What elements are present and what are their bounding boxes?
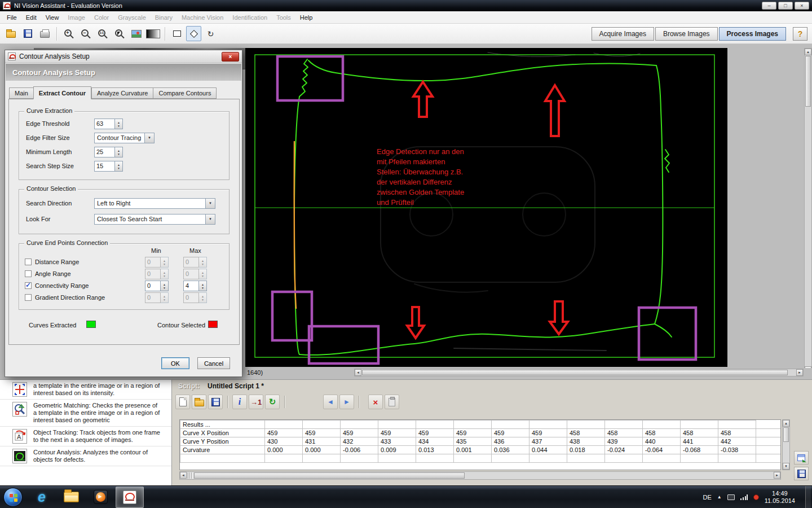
keyboard-language[interactable]: DE [703, 494, 712, 501]
step-forward-button[interactable]: ► [339, 395, 354, 409]
zoom-out-button[interactable]: − [78, 26, 93, 41]
chevron-down-icon[interactable] [145, 133, 155, 143]
tab-analyze-curvature[interactable]: Analyze Curvature [91, 87, 153, 99]
menu-view[interactable]: View [41, 12, 64, 23]
browse-images-button[interactable]: Browse Images [655, 27, 718, 41]
spinner-arrows-icon[interactable] [199, 281, 207, 291]
open-image-button[interactable] [3, 26, 19, 41]
connectivity-range-checkbox[interactable] [25, 282, 32, 289]
folder-icon [64, 492, 79, 502]
dialog-close-button[interactable]: × [222, 52, 239, 62]
zoom-in-button[interactable]: + [61, 26, 76, 41]
rotate-roi-button[interactable]: ↻ [203, 26, 218, 41]
print-button[interactable] [37, 26, 52, 41]
tray-expand-icon[interactable]: ▲ [717, 494, 722, 500]
spinner-arrows-icon[interactable] [161, 281, 169, 291]
run-loop-button[interactable]: ↻ [265, 395, 280, 409]
network-signal-icon[interactable] [740, 494, 748, 500]
dialog-titlebar[interactable]: Contour Analysis Setup × [5, 50, 242, 63]
ok-button[interactable]: OK [161, 357, 189, 369]
distance-range-checkbox[interactable] [25, 259, 32, 265]
svg-text:A: A [17, 433, 21, 440]
menu-file[interactable]: File [2, 12, 21, 23]
tab-extract-contour[interactable]: Extract Contour [33, 86, 91, 99]
maximize-button[interactable]: □ [778, 2, 793, 10]
clock[interactable]: 14:49 11.05.2014 [765, 490, 795, 505]
splitter-grip[interactable] [188, 472, 193, 479]
scroll-left-arrow[interactable]: ◄ [355, 369, 361, 376]
scroll-left-arrow[interactable]: ◄ [180, 472, 187, 479]
image-info-button[interactable] [129, 26, 144, 41]
scroll-up-arrow[interactable]: ▲ [805, 49, 811, 55]
run-once-button[interactable]: →1 [249, 395, 263, 409]
delete-step-button[interactable]: × [368, 395, 383, 409]
taskbar-item-vision-assistant[interactable] [116, 487, 144, 508]
start-button[interactable] [3, 488, 23, 507]
search-step-size-stepper[interactable]: 15 [94, 161, 123, 172]
chevron-down-icon[interactable] [206, 214, 215, 225]
scrollbar-thumb[interactable] [805, 56, 811, 107]
minimum-length-stepper[interactable]: 25 [94, 147, 123, 157]
edge-threshold-stepper[interactable]: 63 [94, 119, 123, 129]
function-desc: a template in the entire image or in a r… [33, 382, 160, 396]
roi-rectangle-button[interactable] [169, 26, 184, 41]
scrollbar-thumb[interactable] [783, 427, 789, 442]
edge-filter-size-dropdown[interactable]: Contour Tracing [94, 133, 155, 143]
help-button[interactable]: ? [793, 27, 807, 41]
angle-range-label: Angle Range [35, 270, 71, 277]
spinner-arrows-icon[interactable] [115, 119, 123, 129]
results-vertical-scrollbar[interactable]: ▲ ▼ [782, 419, 790, 470]
menu-edit[interactable]: Edit [21, 12, 41, 23]
cancel-button[interactable]: Cancel [197, 357, 230, 369]
gradient-direction-range-checkbox[interactable] [25, 294, 32, 301]
function-item-object-tracking[interactable]: A Object Tracking: Track objects from on… [0, 427, 171, 446]
menu-help[interactable]: Help [295, 12, 317, 23]
results-horizontal-scrollbar[interactable]: ◄ ► [179, 471, 781, 480]
function-item-pattern-matching[interactable]: a template in the entire image or in a r… [0, 380, 171, 400]
zoom-1-1-button[interactable]: 1:1 [95, 26, 110, 41]
scrollbar-thumb[interactable] [362, 370, 788, 375]
new-script-button[interactable] [175, 395, 190, 409]
scrollbar-thumb[interactable] [194, 472, 465, 479]
scroll-right-arrow[interactable]: ► [774, 472, 780, 479]
zoom-tool-button[interactable] [112, 26, 127, 41]
script-info-button[interactable]: i [232, 395, 247, 409]
chevron-down-icon[interactable] [206, 198, 215, 209]
angle-range-checkbox[interactable] [25, 270, 32, 277]
save-image-button[interactable] [20, 26, 36, 41]
spinner-arrows-icon[interactable] [115, 161, 123, 172]
palette-button[interactable] [145, 26, 161, 41]
export-results-button[interactable] [794, 451, 809, 465]
connectivity-range-min-stepper[interactable]: 0 [145, 281, 169, 291]
tab-compare-contours[interactable]: Compare Contours [153, 87, 217, 99]
function-item-geometric-matching[interactable]: Geometric Matching: Checks the presence … [0, 400, 171, 427]
acquire-images-button[interactable]: Acquire Images [592, 27, 654, 41]
scroll-right-arrow[interactable]: ► [796, 369, 803, 376]
search-direction-dropdown[interactable]: Left to Right [94, 198, 215, 209]
close-button[interactable]: × [795, 2, 809, 10]
tab-main[interactable]: Main [9, 87, 33, 99]
function-item-contour-analysis[interactable]: Contour Analysis: Analyzes the contour o… [0, 446, 171, 466]
spinner-arrows-icon[interactable] [115, 147, 123, 157]
roi-diamond-button[interactable] [186, 26, 201, 41]
open-script-button[interactable] [192, 395, 206, 409]
save-results-button[interactable] [794, 467, 809, 480]
save-script-button[interactable] [208, 395, 223, 409]
show-desktop-button[interactable] [805, 486, 811, 508]
taskbar-item-internet-explorer[interactable]: e [28, 487, 56, 508]
taskbar-item-media-player[interactable] [86, 487, 114, 508]
scroll-down-arrow[interactable]: ▼ [783, 463, 789, 470]
scroll-up-arrow[interactable]: ▲ [783, 420, 789, 427]
taskbar-item-explorer[interactable] [57, 487, 85, 508]
display-tray-icon[interactable] [727, 494, 735, 500]
connectivity-range-max-stepper[interactable]: 4 [183, 281, 207, 291]
viewer-vertical-scrollbar[interactable]: ▲ ▼ [804, 48, 812, 374]
viewer-horizontal-scrollbar[interactable]: ◄ ► [354, 369, 804, 376]
paste-step-button[interactable] [385, 395, 399, 409]
step-back-button[interactable]: ◄ [323, 395, 338, 409]
notification-tray-icon[interactable] [753, 494, 759, 500]
minimize-button[interactable]: – [762, 2, 776, 10]
image-canvas[interactable]: Edge Detection nur an den mit Pfeilen ma… [245, 48, 727, 367]
look-for-dropdown[interactable]: Closest To Search Start [94, 214, 215, 225]
process-images-button[interactable]: Process Images [719, 27, 786, 41]
